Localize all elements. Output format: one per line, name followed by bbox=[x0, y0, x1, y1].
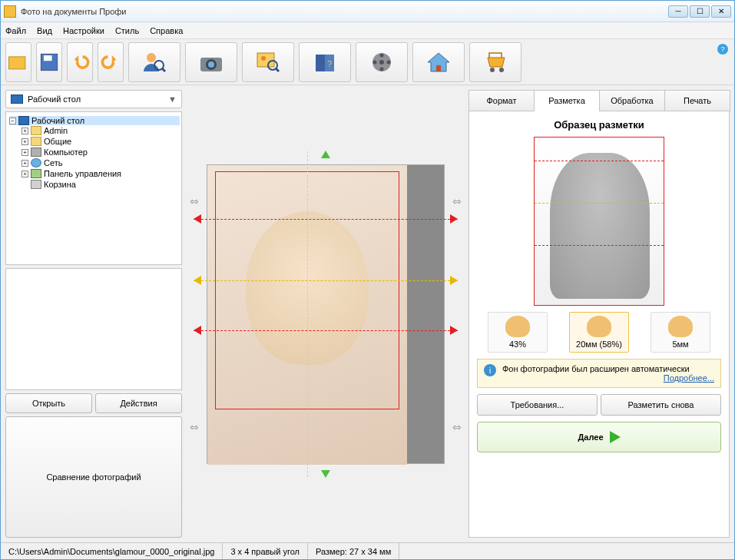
left-grip-icon[interactable]: ⇔ bbox=[190, 195, 199, 207]
right-grip-icon[interactable]: ⇔ bbox=[452, 195, 462, 207]
tab-process[interactable]: Обработка bbox=[599, 90, 665, 111]
tree-item-network[interactable]: +Сеть bbox=[22, 158, 180, 167]
svg-rect-20 bbox=[436, 65, 441, 71]
maximize-button[interactable]: ☐ bbox=[690, 5, 710, 18]
monitor-icon bbox=[11, 94, 23, 104]
toolbar-help-icon[interactable]: ? bbox=[717, 44, 728, 55]
guide-arrow-icon[interactable] bbox=[450, 214, 458, 224]
next-button-label: Далее bbox=[578, 432, 603, 442]
tree-item-public[interactable]: +Общие bbox=[22, 137, 180, 146]
compare-photos-button[interactable]: Сравнение фотографий bbox=[5, 416, 182, 538]
guide-arrow-icon[interactable] bbox=[194, 326, 201, 335]
metric-head-ratio[interactable]: 43% bbox=[488, 312, 548, 353]
silhouette-icon bbox=[550, 153, 650, 299]
menubar: Файл Вид Настройки Стиль Справка bbox=[1, 22, 734, 39]
menu-style[interactable]: Стиль bbox=[115, 26, 139, 35]
guide-arrow-icon[interactable] bbox=[450, 326, 458, 335]
status-path: C:\Users\Admin\Documents\glamour_0000_or… bbox=[1, 543, 223, 559]
menu-file[interactable]: Файл bbox=[5, 26, 26, 35]
tree-item-admin[interactable]: +Admin bbox=[22, 126, 180, 135]
chevron-down-icon: ▼ bbox=[168, 94, 177, 104]
tree-item-recycle-bin[interactable]: Корзина bbox=[22, 180, 180, 189]
top-crop-handle[interactable] bbox=[321, 151, 330, 158]
close-button[interactable]: ✕ bbox=[711, 5, 731, 18]
folder-tree[interactable]: −Рабочий стол +Admin +Общие +Компьютер +… bbox=[5, 111, 182, 265]
toolbar-save-icon[interactable] bbox=[36, 42, 62, 82]
head-top-guide[interactable] bbox=[194, 219, 458, 220]
toolbar-camera-icon[interactable] bbox=[185, 42, 237, 82]
right-panel: Формат Разметка Обработка Печать Образец… bbox=[468, 90, 730, 538]
editor-canvas-area: ⇔ ⇔ ⇔ ⇔ bbox=[187, 90, 464, 538]
tab-print[interactable]: Печать bbox=[664, 90, 730, 111]
thumbnail-preview bbox=[5, 268, 182, 390]
next-button[interactable]: Далее bbox=[477, 422, 721, 452]
toolbar-cart-icon[interactable] bbox=[469, 42, 521, 82]
app-window: Фото на документы Профи ─ ☐ ✕ Файл Вид Н… bbox=[0, 0, 735, 560]
svg-point-10 bbox=[261, 56, 266, 61]
info-more-link[interactable]: Подробнее... bbox=[502, 373, 714, 383]
metric-top-margin[interactable]: 5мм bbox=[651, 312, 710, 353]
app-icon bbox=[4, 5, 16, 18]
toolbar-undo-icon[interactable] bbox=[67, 42, 93, 82]
metrics-row: 43% 20мм (58%) 5мм bbox=[477, 312, 721, 353]
location-combo[interactable]: Рабочий стол ▼ bbox=[5, 90, 182, 108]
remark-button[interactable]: Разметить снова bbox=[601, 394, 721, 416]
toolbar-film-icon[interactable] bbox=[356, 42, 408, 82]
guide-arrow-icon[interactable] bbox=[194, 276, 201, 285]
markup-panel: Образец разметки 43% 20мм (58%) 5мм i Фо… bbox=[468, 111, 730, 538]
toolbar-redo-icon[interactable] bbox=[98, 42, 124, 82]
bottom-crop-handle[interactable] bbox=[321, 470, 330, 478]
requirements-button[interactable]: Требования... bbox=[477, 394, 598, 416]
svg-point-15 bbox=[379, 60, 384, 65]
right-grip-icon[interactable]: ⇔ bbox=[452, 421, 462, 433]
svg-point-19 bbox=[387, 60, 391, 64]
info-banner: i Фон фотографии был расширен автоматиче… bbox=[477, 359, 721, 388]
svg-point-18 bbox=[373, 60, 377, 64]
info-text: Фон фотографии был расширен автоматическ… bbox=[502, 364, 690, 373]
toolbar-open-icon[interactable] bbox=[5, 42, 31, 82]
arrow-right-icon bbox=[610, 431, 621, 443]
actions-button[interactable]: Действия bbox=[95, 393, 182, 413]
chin-guide[interactable] bbox=[194, 330, 458, 331]
toolbar-person-search-icon[interactable] bbox=[128, 42, 180, 82]
menu-settings[interactable]: Настройки bbox=[63, 26, 104, 35]
toolbar-book-help-icon[interactable]: ? bbox=[299, 42, 351, 82]
titlebar: Фото на документы Профи ─ ☐ ✕ bbox=[1, 1, 734, 22]
toolbar-picture-search-icon[interactable] bbox=[242, 42, 294, 82]
photo-canvas[interactable] bbox=[207, 164, 445, 464]
center-guide[interactable] bbox=[307, 151, 308, 477]
sidebar: Рабочий стол ▼ −Рабочий стол +Admin +Общ… bbox=[5, 90, 182, 538]
main-body: Рабочий стол ▼ −Рабочий стол +Admin +Общ… bbox=[1, 85, 734, 542]
status-bar: C:\Users\Admin\Documents\glamour_0000_or… bbox=[1, 542, 734, 559]
toolbar: ? ? bbox=[1, 39, 734, 85]
markup-sample bbox=[534, 137, 664, 306]
eye-line-guide[interactable] bbox=[194, 280, 458, 281]
panel-heading: Образец разметки bbox=[477, 119, 721, 131]
guide-arrow-icon[interactable] bbox=[194, 214, 201, 224]
tree-root[interactable]: −Рабочий стол bbox=[9, 116, 180, 125]
open-button[interactable]: Открыть bbox=[5, 393, 92, 413]
tab-format[interactable]: Формат bbox=[468, 90, 535, 111]
svg-line-12 bbox=[276, 68, 279, 71]
left-grip-icon[interactable]: ⇔ bbox=[190, 421, 199, 433]
tree-item-control-panel[interactable]: +Панель управления bbox=[22, 169, 180, 178]
svg-rect-9 bbox=[257, 53, 274, 67]
location-combo-label: Рабочий стол bbox=[28, 94, 81, 104]
svg-rect-0 bbox=[9, 56, 25, 68]
tab-markup[interactable]: Разметка bbox=[534, 90, 600, 111]
svg-rect-2 bbox=[44, 55, 52, 61]
menu-view[interactable]: Вид bbox=[37, 26, 52, 35]
window-title: Фото на документы Профи bbox=[21, 7, 668, 16]
svg-point-22 bbox=[499, 68, 504, 72]
tab-bar: Формат Разметка Обработка Печать bbox=[468, 90, 730, 111]
guide-arrow-icon[interactable] bbox=[450, 276, 458, 285]
metric-face-height[interactable]: 20мм (58%) bbox=[569, 312, 629, 353]
svg-point-21 bbox=[490, 68, 495, 72]
info-icon: i bbox=[484, 364, 496, 376]
status-size: Размер: 27 x 34 мм bbox=[308, 543, 399, 559]
svg-point-8 bbox=[208, 61, 214, 68]
toolbar-home-icon[interactable] bbox=[412, 42, 465, 82]
tree-item-computer[interactable]: +Компьютер bbox=[22, 147, 180, 157]
minimize-button[interactable]: ─ bbox=[668, 5, 688, 18]
menu-help[interactable]: Справка bbox=[150, 26, 183, 35]
